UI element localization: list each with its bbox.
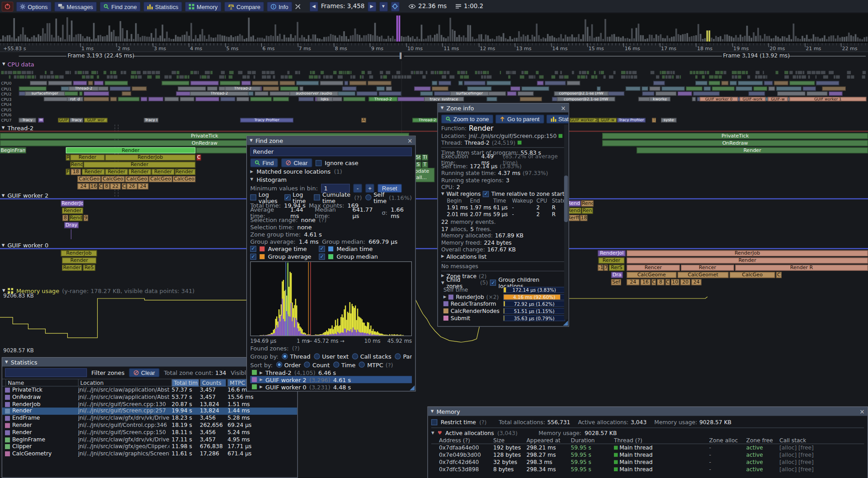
time-ruler[interactable]: +55.83 s 1 ms2 ms3 ms4 ms5 ms6 ms7 ms8 m… bbox=[0, 43, 868, 52]
checkbox-cumulate-time[interactable] bbox=[314, 194, 320, 200]
cpu-zone-tracy-i[interactable]: Tracy I bbox=[144, 118, 158, 122]
zone-beginframe[interactable]: BeginFrame bbox=[0, 147, 26, 153]
legend-checkbox-median-time[interactable] bbox=[319, 246, 325, 251]
column-header-duration[interactable]: Duration bbox=[571, 437, 594, 444]
cpu-zone[interactable] bbox=[336, 91, 356, 96]
zone-18[interactable]: 18 bbox=[71, 169, 81, 175]
zone-c[interactable]: C bbox=[651, 279, 656, 285]
allocations-table-header[interactable]: Address (?)SizeAppeared atDurationThread… bbox=[431, 437, 864, 444]
cpu-zone-thread-2[interactable]: Thread-2 bbox=[225, 86, 261, 90]
cpu-zone[interactable] bbox=[320, 81, 343, 85]
zone-c[interactable]: C bbox=[665, 279, 670, 285]
zone-1[interactable]: -1 bbox=[598, 265, 603, 270]
legend-checkbox-group-average[interactable] bbox=[250, 253, 256, 259]
cpu-zone[interactable] bbox=[807, 91, 827, 96]
zone-10[interactable]: 10 bbox=[671, 279, 679, 285]
radio-option-parent[interactable]: Parent bbox=[395, 353, 412, 360]
cpu-zone[interactable] bbox=[464, 81, 486, 85]
found-zone-group-guif-worker-1[interactable]: ▶GUIF worker 1(3,192)4.39 s bbox=[250, 390, 412, 391]
radio-order[interactable] bbox=[276, 362, 282, 368]
toolbar-button-compare[interactable]: Compare bbox=[224, 1, 264, 11]
cpu-zone[interactable] bbox=[521, 86, 549, 90]
zone-7[interactable]: 7 bbox=[604, 265, 608, 270]
zone-rend[interactable]: Rend bbox=[581, 200, 594, 206]
statistics-row-render-5[interactable]: Renderjni/../jni/src/guif/Control.cpp:34… bbox=[2, 422, 297, 429]
search-input[interactable]: Render bbox=[250, 147, 412, 156]
thread-value[interactable]: Thread-2 bbox=[465, 140, 490, 146]
cpu-zone-tracy[interactable]: Tracy bbox=[70, 118, 83, 122]
zone-re5[interactable]: Re5 bbox=[83, 265, 95, 270]
cpu-zone[interactable] bbox=[376, 86, 385, 90]
cpu-zone[interactable] bbox=[196, 97, 219, 101]
collapse-icon[interactable]: ▼ bbox=[2, 126, 5, 130]
cpu-zone[interactable] bbox=[738, 81, 763, 85]
cpu-zone[interactable] bbox=[84, 91, 108, 96]
frame-markers[interactable]: Frame 3,193 (22.45 ms)Frame 3,194 (13.92… bbox=[0, 52, 868, 61]
zone-24[interactable]: 24 bbox=[77, 183, 89, 189]
resize-grip[interactable] bbox=[563, 321, 568, 326]
histogram-plot[interactable] bbox=[250, 261, 412, 336]
child-zone-self-time[interactable]: Self time172.14 μs (3.83%) bbox=[441, 286, 565, 293]
radio-user-text[interactable] bbox=[314, 353, 320, 359]
zone-render[interactable]: Render bbox=[84, 162, 195, 168]
cpu-zone[interactable] bbox=[132, 86, 147, 90]
frame-dropdown-button[interactable]: ▼ bbox=[379, 1, 388, 11]
chevron-down-icon[interactable]: ▼ bbox=[441, 192, 444, 196]
cpu-zone-tracy-profiler[interactable]: Tracy Profiler bbox=[240, 118, 293, 122]
zone-c[interactable]: C bbox=[99, 183, 103, 189]
cpu-zone[interactable] bbox=[300, 86, 304, 90]
cpu-zone[interactable] bbox=[693, 91, 720, 96]
cpu-zone[interactable] bbox=[507, 91, 516, 96]
cpu-zone-guif-w[interactable]: GUIF-w bbox=[599, 118, 617, 122]
cpu-zone[interactable] bbox=[342, 86, 357, 90]
goto-frame-button[interactable] bbox=[391, 1, 400, 11]
cpu-data-header[interactable]: ▼CPU data bbox=[2, 61, 34, 68]
cpu-zone[interactable] bbox=[653, 81, 665, 85]
group-children-checkbox[interactable] bbox=[490, 280, 496, 286]
cpu-zone-composer-2-1-se-hw[interactable]: composer@2.1-se [HW bbox=[554, 91, 609, 96]
prev-frame-button[interactable]: ◀ bbox=[309, 1, 318, 11]
cpu-zone[interactable] bbox=[748, 91, 765, 96]
cpu-zone[interactable] bbox=[118, 97, 139, 101]
zone-24[interactable]: 24 bbox=[138, 183, 148, 189]
zone-rende[interactable]: Rende bbox=[71, 162, 83, 168]
zoom-to-zone-button[interactable]: Zoom to zone bbox=[441, 114, 493, 123]
radio-option-order[interactable]: Order bbox=[276, 361, 301, 368]
cpu-zone[interactable] bbox=[250, 97, 272, 101]
zone-render[interactable]: Render bbox=[152, 169, 175, 175]
zone-calcgeo[interactable]: CalcGeo bbox=[77, 176, 100, 182]
ignore-case-checkbox[interactable] bbox=[315, 160, 321, 166]
column-header-counts[interactable]: Counts bbox=[200, 379, 226, 387]
cpu-zone-surfaceflinger[interactable]: surfaceflinger bbox=[25, 91, 65, 96]
cpu-zone-audioserver-audio[interactable]: audioserver /audio bbox=[289, 91, 338, 96]
cpu-zone[interactable] bbox=[191, 81, 219, 85]
radio-time[interactable] bbox=[333, 362, 339, 368]
cpu-zone[interactable] bbox=[642, 86, 648, 90]
cpu-zone[interactable] bbox=[439, 81, 451, 85]
cpu-zone-tracy-systrace[interactable]: tracy_systrace bbox=[424, 97, 464, 101]
wait-column-wakeup[interactable]: Wakeup bbox=[512, 198, 533, 204]
cpu-zone[interactable] bbox=[48, 81, 72, 85]
radio-self-time[interactable] bbox=[365, 194, 371, 200]
cpu-zone-i[interactable]: I bbox=[652, 118, 656, 122]
cpu-zone[interactable] bbox=[386, 86, 392, 90]
cpu-zone[interactable] bbox=[161, 81, 189, 85]
zone-rend[interactable]: Rend bbox=[69, 215, 82, 221]
statistics-button[interactable]: Statistics bbox=[546, 114, 569, 123]
checkbox-log-values[interactable] bbox=[250, 194, 256, 200]
cpu-zone-guif-work[interactable]: GUIF-work bbox=[740, 97, 766, 101]
cpu-zone[interactable] bbox=[357, 91, 377, 96]
cpu-zone[interactable] bbox=[73, 81, 87, 85]
cpu-zone[interactable] bbox=[164, 97, 179, 101]
chevron-down-icon[interactable]: ▼ bbox=[431, 431, 434, 435]
find-zone-titlebar[interactable]: ▼ Find zone × bbox=[247, 136, 415, 145]
frame-3193-label[interactable]: Frame 3,193 (22.45 ms) bbox=[67, 52, 134, 58]
zone-26[interactable]: 26 bbox=[127, 183, 137, 189]
cpu-zone[interactable] bbox=[236, 97, 249, 101]
frame-overview-strip[interactable] bbox=[0, 14, 868, 43]
cpu-zone[interactable] bbox=[279, 81, 295, 85]
scrollbar[interactable] bbox=[564, 125, 568, 320]
statistics-row-endframe-4[interactable]: EndFramejni/../jni/src/claw/gfx/drv/vk/D… bbox=[2, 415, 297, 422]
zone-f[interactable]: F bbox=[66, 169, 70, 175]
collapse-icon[interactable]: ▼ bbox=[250, 138, 253, 143]
